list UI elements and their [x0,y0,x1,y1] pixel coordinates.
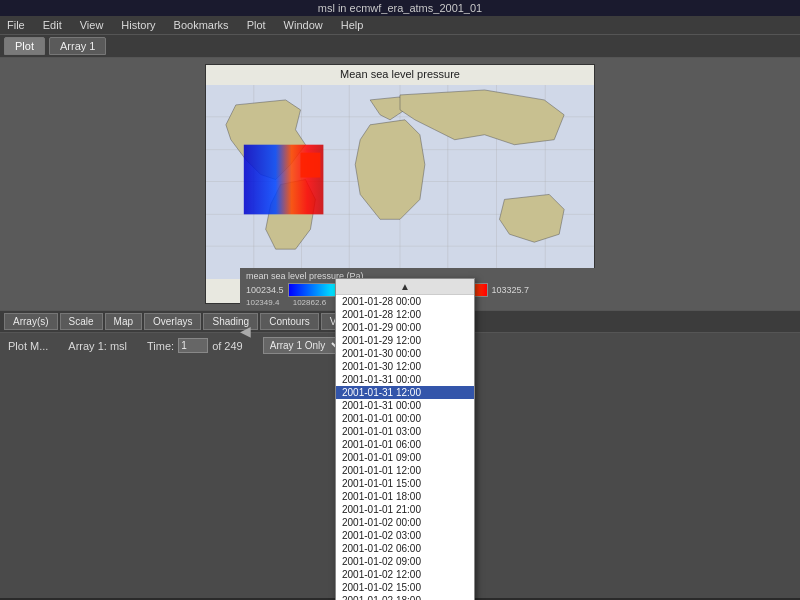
dropdown-scroll-up[interactable]: ▲ [336,279,474,295]
panel-tab-map[interactable]: Map [105,313,142,330]
svg-rect-14 [301,153,321,178]
colorbar-mid-values: 102349.4 102862.6 [246,298,794,307]
dropdown-item[interactable]: 2001-01-31 00:00 [336,399,474,412]
menu-bar: File Edit View History Bookmarks Plot Wi… [0,16,800,35]
menu-file[interactable]: File [4,18,28,32]
menu-bookmarks[interactable]: Bookmarks [171,18,232,32]
tab-array1[interactable]: Array 1 [49,37,106,55]
dropdown-item[interactable]: 2001-01-29 12:00 [336,334,474,347]
dropdown-item[interactable]: 2001-01-31 12:00 [336,386,474,399]
menu-history[interactable]: History [118,18,158,32]
array1-label: Array 1: msl [68,340,127,352]
dropdown-item[interactable]: 2001-01-30 12:00 [336,360,474,373]
colorbar-min: 100234.5 [246,285,284,295]
plot-map-label: Plot M... [8,340,48,352]
colorbar-section: mean sea level pressure (Pa) 100234.5 10… [240,268,800,310]
menu-help[interactable]: Help [338,18,367,32]
panel-tab-arrays[interactable]: Array(s) [4,313,58,330]
dropdown-item[interactable]: 2001-01-29 00:00 [336,321,474,334]
menu-plot[interactable]: Plot [244,18,269,32]
time-row: Time: of 249 [147,338,243,353]
plot-title: Mean sea level pressure [206,65,594,82]
dropdown-item[interactable]: 2001-01-31 00:00 [336,373,474,386]
dropdown-list: 2001-01-28 00:002001-01-28 12:002001-01-… [336,295,474,600]
window-title: msl in ecmwf_era_atms_2001_01 [318,2,482,14]
panel-tab-scale[interactable]: Scale [60,313,103,330]
dropdown-item[interactable]: 2001-01-02 12:00 [336,568,474,581]
tab-plot[interactable]: Plot [4,37,45,55]
dropdown-item[interactable]: 2001-01-01 09:00 [336,451,474,464]
menu-window[interactable]: Window [281,18,326,32]
array-only-select[interactable]: Array 1 Only [263,337,345,354]
colorbar-label: mean sea level pressure (Pa) [246,271,794,281]
panel-tab-contours[interactable]: Contours [260,313,319,330]
world-map [206,82,594,282]
dropdown-item[interactable]: 2001-01-28 00:00 [336,295,474,308]
main-area: Mean sea level pressure [0,58,800,598]
time-dropdown[interactable]: ▲ 2001-01-28 00:002001-01-28 12:002001-0… [335,278,475,600]
menu-edit[interactable]: Edit [40,18,65,32]
dropdown-item[interactable]: 2001-01-02 06:00 [336,542,474,555]
dropdown-item[interactable]: 2001-01-02 18:00 [336,594,474,600]
time-total: of 249 [212,340,243,352]
dropdown-item[interactable]: 2001-01-02 03:00 [336,529,474,542]
menu-view[interactable]: View [77,18,107,32]
dropdown-item[interactable]: 2001-01-02 09:00 [336,555,474,568]
tabs-row: Plot Array 1 [0,35,800,58]
dropdown-item[interactable]: 2001-01-01 00:00 [336,412,474,425]
time-input[interactable] [178,338,208,353]
dropdown-item[interactable]: 2001-01-01 03:00 [336,425,474,438]
dropdown-item[interactable]: 2001-01-28 12:00 [336,308,474,321]
nav-left-arrow[interactable]: ◀ [240,323,251,339]
title-bar: msl in ecmwf_era_atms_2001_01 [0,0,800,16]
dropdown-item[interactable]: 2001-01-02 15:00 [336,581,474,594]
dropdown-item[interactable]: 2001-01-02 00:00 [336,516,474,529]
plot-area: Mean sea level pressure [0,58,800,310]
dropdown-item[interactable]: 2001-01-01 21:00 [336,503,474,516]
map-svg [206,82,594,282]
dropdown-item[interactable]: 2001-01-01 12:00 [336,464,474,477]
dropdown-item[interactable]: 2001-01-01 06:00 [336,438,474,451]
dropdown-item[interactable]: 2001-01-30 00:00 [336,347,474,360]
dropdown-item[interactable]: 2001-01-01 15:00 [336,477,474,490]
time-label: Time: [147,340,174,352]
dropdown-item[interactable]: 2001-01-01 18:00 [336,490,474,503]
colorbar-max: 103325.7 [492,285,530,295]
panel-tab-overlays[interactable]: Overlays [144,313,201,330]
